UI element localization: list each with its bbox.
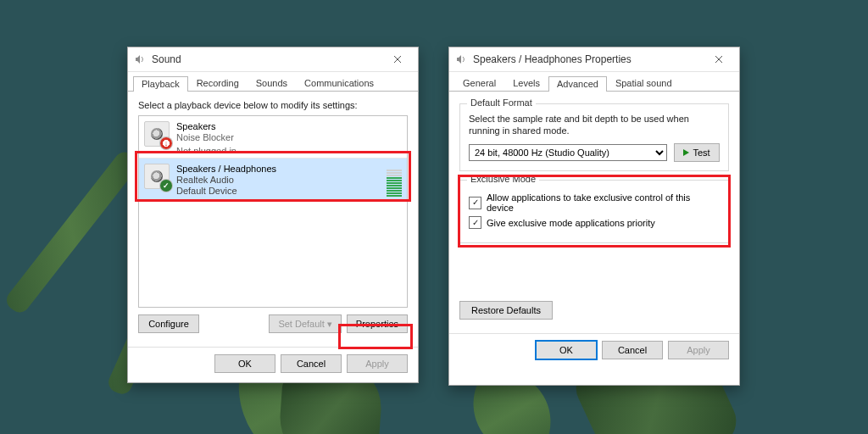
device-status: Not plugged in <box>176 143 402 154</box>
speaker-device-icon <box>144 164 170 189</box>
properties-button[interactable]: Properties <box>347 314 408 333</box>
play-icon <box>683 149 689 156</box>
checkbox-label: Allow applications to take exclusive con… <box>487 192 720 213</box>
allow-exclusive-control-row[interactable]: Allow applications to take exclusive con… <box>469 192 720 213</box>
speaker-icon <box>454 53 468 66</box>
apply-button[interactable]: Apply <box>347 354 408 373</box>
tab-playback[interactable]: Playback <box>133 76 188 92</box>
properties-titlebar[interactable]: Speakers / Headphones Properties <box>449 47 739 72</box>
default-badge-icon <box>160 180 172 192</box>
playback-device-list[interactable]: ↓ Speakers Noise Blocker Not plugged in … <box>138 115 408 308</box>
properties-window: Speakers / Headphones Properties General… <box>448 47 740 386</box>
test-button[interactable]: Test <box>674 143 720 162</box>
device-item-speakers-headphones[interactable]: Speakers / Headphones Realtek Audio Defa… <box>139 158 407 200</box>
cancel-button[interactable]: Cancel <box>281 354 342 373</box>
tab-recording[interactable]: Recording <box>188 75 248 91</box>
speaker-device-icon: ↓ <box>144 121 170 147</box>
tab-levels[interactable]: Levels <box>504 75 548 91</box>
error-badge-icon: ↓ <box>160 137 172 149</box>
tab-advanced[interactable]: Advanced <box>548 76 607 92</box>
checkbox-label: Give exclusive mode applications priorit… <box>487 218 655 228</box>
default-format-group: Default Format Select the sample rate an… <box>459 103 729 171</box>
close-button[interactable] <box>705 51 732 68</box>
restore-defaults-button[interactable]: Restore Defaults <box>459 301 553 320</box>
speaker-icon <box>133 53 147 66</box>
exclusive-priority-row[interactable]: Give exclusive mode applications priorit… <box>469 216 720 229</box>
plant-leaf <box>3 148 142 316</box>
tab-sounds[interactable]: Sounds <box>248 75 296 91</box>
sound-title: Sound <box>152 53 181 65</box>
set-default-button[interactable]: Set Default ▾ <box>269 314 341 333</box>
level-meter <box>387 164 402 197</box>
device-name: Speakers <box>176 121 402 132</box>
sample-rate-select[interactable]: 24 bit, 48000 Hz (Studio Quality) <box>469 144 667 161</box>
default-format-desc: Select the sample rate and bit depth to … <box>469 113 720 136</box>
sound-window: Sound Playback Recording Sounds Communic… <box>127 47 419 383</box>
checkbox-allow-exclusive-control[interactable] <box>469 197 481 209</box>
sound-titlebar[interactable]: Sound <box>128 47 418 72</box>
device-subtitle: Noise Blocker <box>176 132 402 143</box>
tab-communications[interactable]: Communications <box>296 75 382 91</box>
default-format-legend: Default Format <box>467 97 536 108</box>
checkbox-exclusive-priority[interactable] <box>469 216 481 229</box>
device-status: Default Device <box>176 186 381 197</box>
device-subtitle: Realtek Audio <box>176 175 381 186</box>
sound-tabs: Playback Recording Sounds Communications <box>128 72 418 92</box>
playback-instruction: Select a playback device below to modify… <box>138 100 408 110</box>
configure-button[interactable]: Configure <box>138 314 199 333</box>
properties-tabs: General Levels Advanced Spatial sound <box>449 72 739 92</box>
exclusive-mode-group: Exclusive Mode Allow applications to tak… <box>459 180 729 243</box>
apply-button[interactable]: Apply <box>668 341 729 359</box>
exclusive-mode-legend: Exclusive Mode <box>467 174 539 184</box>
cancel-button[interactable]: Cancel <box>602 341 663 359</box>
close-button[interactable] <box>384 51 411 68</box>
device-name: Speakers / Headphones <box>176 164 381 175</box>
ok-button[interactable]: OK <box>536 341 597 359</box>
properties-title: Speakers / Headphones Properties <box>473 53 632 65</box>
ok-button[interactable]: OK <box>214 354 275 373</box>
tab-general[interactable]: General <box>454 75 504 91</box>
device-item-speakers-noise-blocker[interactable]: ↓ Speakers Noise Blocker Not plugged in <box>139 116 407 158</box>
tab-spatial-sound[interactable]: Spatial sound <box>607 75 681 91</box>
